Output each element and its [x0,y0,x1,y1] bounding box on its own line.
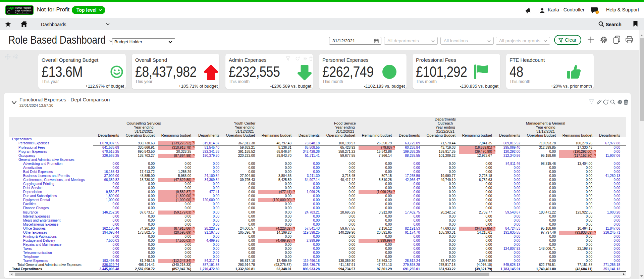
svg-text:!: ! [597,11,598,14]
